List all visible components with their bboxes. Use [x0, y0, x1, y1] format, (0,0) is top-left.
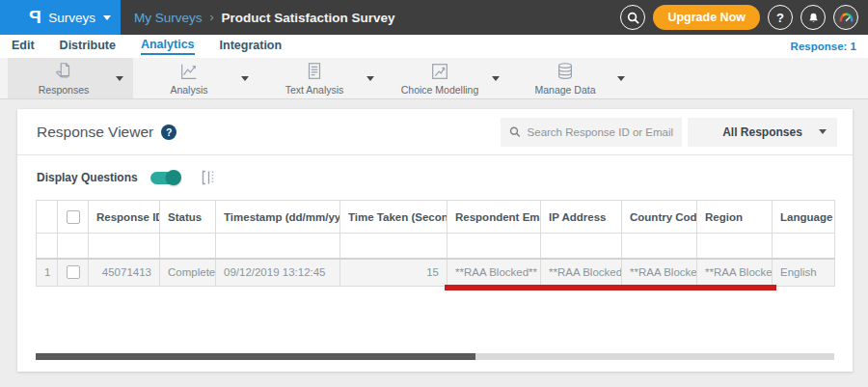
toggle-knob	[166, 170, 181, 185]
chevron-down-icon	[103, 15, 111, 20]
controls-row: Display Questions	[17, 155, 853, 200]
display-questions-toggle[interactable]	[150, 172, 179, 184]
chevron-down-icon	[819, 129, 827, 134]
respondent-email-cell: **RAA Blocked**	[448, 259, 541, 287]
ribbon-label: Responses	[39, 84, 90, 96]
response-id-link[interactable]: 45071413	[89, 259, 160, 287]
breadcrumb-separator: ›	[210, 11, 214, 24]
nav-distribute[interactable]: Distribute	[60, 39, 116, 54]
search-input[interactable]	[528, 126, 673, 138]
ip-address-cell: **RAA Blocked**	[541, 259, 622, 287]
responses-table: Response ID Status Timestamp (dd/mm/yyyy…	[36, 200, 835, 287]
choice-modelling-icon	[429, 61, 450, 82]
analytics-ribbon: Responses Analysis Text Analysis	[0, 58, 868, 99]
text-analysis-icon	[304, 61, 325, 82]
notifications-button[interactable]	[800, 5, 826, 30]
ribbon-tab-text-analysis[interactable]: Text Analysis	[258, 58, 384, 98]
row-number: 1	[37, 259, 58, 287]
card-header: Response Viewer ? All Responses	[17, 109, 853, 155]
breadcrumb: My Surveys › Product Satisfaction Survey	[134, 11, 395, 25]
nav-analytics[interactable]: Analytics	[141, 38, 195, 55]
gauge-avatar-icon	[835, 7, 857, 29]
filter-row	[37, 234, 835, 259]
ribbon-tab-analysis[interactable]: Analysis	[133, 58, 258, 98]
country-code-cell: **RAA Blocked**	[622, 259, 697, 287]
col-language: Language	[773, 201, 835, 234]
col-country-code: Country Code	[622, 201, 697, 234]
scrollbar-thumb[interactable]	[36, 353, 475, 360]
ribbon-tab-choice-modelling[interactable]: Choice Modelling	[384, 58, 509, 98]
table-row: 1 45071413 Completed 09/12/2019 13:12:45…	[37, 259, 835, 287]
product-menu[interactable]: P Surveys	[0, 0, 121, 35]
responses-table-wrap: Response ID Status Timestamp (dd/mm/yyyy…	[17, 200, 853, 287]
ribbon-label: Choice Modelling	[401, 84, 479, 96]
response-viewer-card: Response Viewer ? All Responses Display …	[17, 109, 853, 372]
nav-integration[interactable]: Integration	[220, 39, 283, 54]
search-icon	[509, 125, 521, 138]
top-bar: P Surveys My Surveys › Product Satisfact…	[0, 0, 868, 35]
time-taken-cell: 15	[340, 259, 448, 287]
responses-icon	[53, 61, 74, 82]
survey-nav: Edit Distribute Analytics Integration Re…	[0, 35, 868, 58]
ribbon-tab-manage-data[interactable]: Manage Data	[509, 58, 635, 98]
annotation-underline	[445, 285, 776, 290]
analysis-icon	[178, 61, 200, 82]
manage-data-dropdown-caret[interactable]	[617, 76, 625, 81]
topbar-actions: Upgrade Now ?	[620, 5, 868, 30]
breadcrumb-current-survey: Product Satisfaction Survey	[222, 11, 395, 25]
freeze-columns-icon	[200, 169, 217, 186]
status-cell: Completed	[160, 259, 216, 287]
responses-filter-dropdown[interactable]: All Responses	[688, 118, 837, 147]
row-select-cell	[58, 259, 89, 287]
response-count: Response: 1	[791, 41, 856, 52]
col-ip-address: IP Address	[541, 201, 622, 234]
search-icon	[627, 12, 639, 24]
user-avatar[interactable]	[833, 5, 858, 30]
col-time-taken[interactable]: Time Taken (Seconds)	[340, 201, 448, 234]
col-response-id[interactable]: Response ID	[89, 201, 160, 234]
region-cell: **RAA Blocked**	[697, 259, 773, 287]
text-analysis-dropdown-caret[interactable]	[366, 76, 374, 81]
col-status: Status	[160, 201, 216, 234]
col-region: Region	[697, 201, 773, 234]
ribbon-label: Text Analysis	[285, 84, 344, 96]
upgrade-now-button[interactable]: Upgrade Now	[653, 5, 760, 30]
select-all-checkbox[interactable]	[67, 210, 80, 224]
manage-data-icon	[555, 61, 576, 82]
analysis-dropdown-caret[interactable]	[241, 76, 249, 81]
workspace-label: Surveys	[48, 11, 95, 25]
nav-edit[interactable]: Edit	[12, 39, 35, 54]
table-header-row: Response ID Status Timestamp (dd/mm/yyyy…	[37, 201, 835, 234]
row-checkbox[interactable]	[67, 265, 80, 279]
choice-modelling-dropdown-caret[interactable]	[492, 76, 500, 81]
viewer-help-icon[interactable]: ?	[161, 124, 176, 140]
bell-icon	[807, 12, 820, 24]
responses-filter-value: All Responses	[722, 125, 802, 139]
col-timestamp[interactable]: Timestamp (dd/mm/yyyy)	[216, 201, 340, 234]
freeze-columns-button[interactable]	[200, 169, 217, 186]
select-all-cell	[58, 201, 89, 234]
breadcrumb-my-surveys[interactable]: My Surveys	[134, 11, 203, 25]
response-search-box	[501, 118, 682, 147]
horizontal-scrollbar[interactable]	[36, 353, 834, 360]
ribbon-tab-responses[interactable]: Responses	[8, 58, 133, 98]
ribbon-label: Analysis	[170, 84, 207, 96]
col-respondent-email: Respondent Email	[448, 201, 541, 234]
responses-dropdown-caret[interactable]	[116, 76, 123, 81]
ribbon-label: Manage Data	[534, 84, 595, 96]
search-button[interactable]	[620, 5, 645, 30]
row-number-header	[37, 201, 58, 234]
timestamp-cell: 09/12/2019 13:12:45	[216, 259, 340, 287]
display-questions-label: Display Questions	[37, 171, 138, 184]
language-cell: English	[773, 259, 835, 287]
help-button[interactable]: ?	[768, 5, 793, 30]
questionpro-logo: P	[29, 7, 41, 28]
page-title: Response Viewer	[37, 124, 153, 141]
